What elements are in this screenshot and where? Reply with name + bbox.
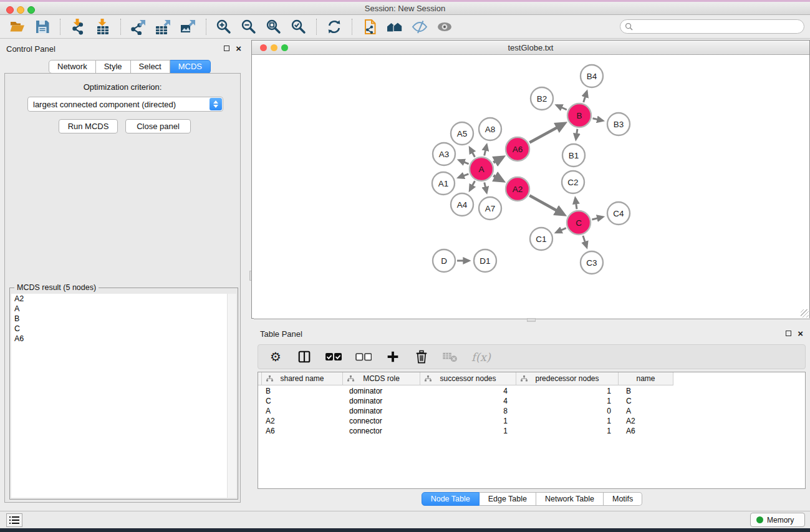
node-A5[interactable]: A5 bbox=[451, 122, 473, 145]
tab-network[interactable]: Network bbox=[49, 60, 96, 74]
table-cell[interactable]: C bbox=[258, 396, 343, 406]
refresh-layout-icon[interactable] bbox=[325, 18, 343, 36]
result-scrollbar[interactable] bbox=[228, 294, 236, 498]
table-cell[interactable]: 1 bbox=[516, 426, 619, 436]
home-networks-icon[interactable] bbox=[386, 18, 403, 36]
table-cell[interactable]: dominator bbox=[343, 406, 420, 416]
result-list-item[interactable]: C bbox=[11, 324, 227, 334]
edge-A-A7[interactable] bbox=[485, 183, 487, 193]
node-A8[interactable]: A8 bbox=[479, 118, 501, 140]
export-table-icon[interactable] bbox=[155, 18, 172, 36]
run-mcds-button[interactable]: Run MCDS bbox=[59, 119, 118, 133]
table-cell[interactable]: A6 bbox=[619, 426, 673, 436]
edge-C-C4[interactable] bbox=[592, 217, 602, 220]
add-column-icon[interactable] bbox=[385, 349, 400, 365]
float-panel-icon[interactable] bbox=[224, 46, 229, 51]
result-list-item[interactable]: A2 bbox=[11, 294, 227, 304]
zoom-in-icon[interactable] bbox=[215, 18, 233, 36]
dropdown-stepper-icon[interactable] bbox=[210, 98, 222, 110]
table-cell[interactable]: dominator bbox=[343, 396, 420, 406]
zoom-out-icon[interactable] bbox=[240, 18, 258, 36]
select-all-checkboxes-icon[interactable] bbox=[325, 349, 342, 365]
table-cell[interactable]: B bbox=[258, 386, 343, 396]
table-cell[interactable]: A2 bbox=[258, 416, 343, 426]
network-view-window[interactable]: testGlobe.txt B4B2BB3A8A5A6A3B1AA1C2A2A4… bbox=[251, 40, 810, 319]
close-panel-button[interactable]: Close panel bbox=[125, 119, 191, 133]
table-cell[interactable]: 4 bbox=[420, 396, 516, 406]
node-A2[interactable]: A2 bbox=[506, 177, 529, 201]
edge-C-C3[interactable] bbox=[583, 236, 587, 247]
node-B1[interactable]: B1 bbox=[562, 144, 585, 167]
edge-A-A6[interactable] bbox=[493, 157, 503, 162]
edge-A6-B[interactable] bbox=[529, 123, 564, 143]
horizontal-splitter[interactable] bbox=[254, 318, 810, 324]
edge-A-A3[interactable] bbox=[459, 160, 469, 164]
criterion-dropdown[interactable]: largest connected component (directed) bbox=[27, 97, 223, 112]
zoom-selected-icon[interactable] bbox=[290, 18, 307, 36]
tab-select[interactable]: Select bbox=[131, 60, 170, 74]
tab-style[interactable]: Style bbox=[96, 60, 131, 74]
table-cell[interactable]: 1 bbox=[516, 416, 619, 426]
hide-details-eye-icon[interactable] bbox=[411, 18, 428, 36]
table-cell[interactable]: connector bbox=[343, 426, 420, 436]
column-header-MCDS-role[interactable]: MCDS role bbox=[343, 372, 420, 385]
document-network-icon[interactable] bbox=[361, 18, 378, 36]
edge-A2-C[interactable] bbox=[529, 196, 564, 215]
node-B2[interactable]: B2 bbox=[531, 87, 553, 110]
table-cell[interactable]: A bbox=[258, 406, 343, 416]
node-C[interactable]: C bbox=[567, 211, 591, 235]
table-cell[interactable]: A6 bbox=[258, 426, 343, 436]
node-C2[interactable]: C2 bbox=[562, 171, 584, 193]
table-cell[interactable]: 1 bbox=[516, 386, 619, 396]
show-details-eye-icon[interactable] bbox=[436, 18, 453, 36]
table-row[interactable]: Cdominator41C bbox=[258, 396, 673, 406]
export-network-icon[interactable] bbox=[130, 18, 147, 36]
edge-B-B4[interactable] bbox=[584, 92, 587, 102]
mcds-result-list[interactable]: A2ABCA6 bbox=[11, 294, 228, 498]
close-panel-icon[interactable]: × bbox=[236, 46, 241, 51]
split-columns-icon[interactable] bbox=[297, 349, 312, 365]
tab-mcds[interactable]: MCDS bbox=[170, 60, 211, 74]
function-builder-icon[interactable]: f(x) bbox=[471, 349, 491, 365]
node-C1[interactable]: C1 bbox=[530, 228, 552, 250]
node-A4[interactable]: A4 bbox=[451, 193, 473, 216]
node-B[interactable]: B bbox=[567, 104, 591, 127]
edge-A-A5[interactable] bbox=[470, 148, 475, 157]
edge-B-B3[interactable] bbox=[593, 118, 603, 121]
node-B4[interactable]: B4 bbox=[581, 65, 603, 87]
node-C4[interactable]: C4 bbox=[607, 202, 630, 225]
edge-C-C1[interactable] bbox=[556, 228, 566, 233]
table-float-panel-icon[interactable] bbox=[786, 331, 791, 336]
tab-node-table[interactable]: Node Table bbox=[422, 492, 480, 506]
search-field[interactable] bbox=[620, 19, 804, 34]
edge-A-A8[interactable] bbox=[485, 145, 487, 155]
search-input[interactable] bbox=[636, 22, 804, 31]
table-cell[interactable]: B bbox=[619, 386, 673, 396]
table-cell[interactable]: 0 bbox=[516, 406, 619, 416]
node-A6[interactable]: A6 bbox=[506, 137, 529, 161]
memory-button[interactable]: Memory bbox=[750, 513, 805, 527]
zoom-fit-icon[interactable] bbox=[265, 18, 282, 36]
table-cell[interactable]: dominator bbox=[343, 386, 420, 396]
import-network-icon[interactable] bbox=[69, 18, 87, 36]
delete-table-icon[interactable] bbox=[443, 349, 458, 365]
node-A3[interactable]: A3 bbox=[433, 143, 455, 165]
horizontal-splitter-thumb[interactable] bbox=[527, 318, 536, 322]
table-row[interactable]: A6connector11A6 bbox=[258, 426, 673, 436]
node-table[interactable]: shared nameMCDS rolesuccessor nodesprede… bbox=[258, 372, 806, 489]
task-history-button[interactable] bbox=[6, 513, 22, 527]
node-A[interactable]: A bbox=[470, 157, 493, 181]
import-table-icon[interactable] bbox=[94, 18, 112, 36]
node-C3[interactable]: C3 bbox=[581, 251, 603, 274]
edge-B-B1[interactable] bbox=[576, 129, 577, 140]
column-header-name[interactable]: name bbox=[619, 372, 673, 385]
table-row[interactable]: Bdominator41B bbox=[258, 386, 673, 396]
column-header-successor-nodes[interactable]: successor nodes bbox=[420, 372, 516, 385]
table-cell[interactable]: A bbox=[619, 406, 673, 416]
table-cell[interactable]: C bbox=[619, 396, 673, 406]
edge-B-B2[interactable] bbox=[557, 105, 567, 110]
table-cell[interactable]: 4 bbox=[420, 386, 516, 396]
delete-column-icon[interactable] bbox=[414, 349, 429, 365]
save-session-icon[interactable] bbox=[34, 18, 51, 36]
node-D1[interactable]: D1 bbox=[474, 249, 496, 272]
